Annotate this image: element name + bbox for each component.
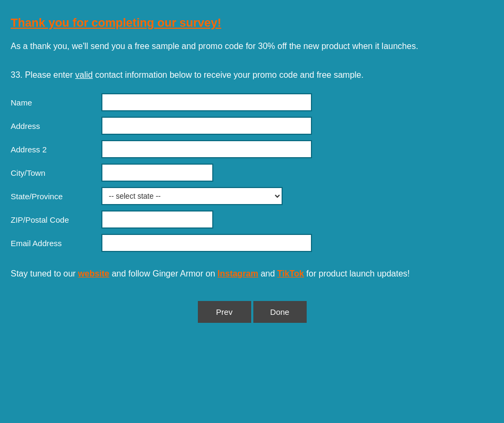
footer-suffix: for product launch updates! xyxy=(304,269,410,278)
tiktok-link[interactable]: TikTok xyxy=(277,269,304,278)
label-address2: Address 2 xyxy=(11,145,101,154)
label-name: Name xyxy=(11,98,101,107)
contact-form: Name Address Address 2 City/Town State/P… xyxy=(11,93,493,252)
form-row-name: Name xyxy=(11,93,493,111)
instagram-link[interactable]: Instagram xyxy=(218,269,258,278)
footer-prefix: Stay tuned to our xyxy=(11,269,78,278)
input-address2[interactable] xyxy=(101,140,312,158)
form-row-state: State/Province -- select state --Alabama… xyxy=(11,187,493,205)
page-title[interactable]: Thank you for completing our survey! xyxy=(11,16,221,30)
label-city: City/Town xyxy=(11,168,101,177)
label-email: Email Address xyxy=(11,239,101,248)
label-state: State/Province xyxy=(11,192,101,201)
form-row-address: Address xyxy=(11,117,493,135)
label-address: Address xyxy=(11,121,101,131)
form-row-email: Email Address xyxy=(11,234,493,252)
input-name[interactable] xyxy=(101,93,312,111)
footer-and: and xyxy=(258,269,277,278)
done-button[interactable]: Done xyxy=(253,301,307,323)
question-text: 33. Please enter valid contact informati… xyxy=(11,68,475,82)
question-number: 33. xyxy=(11,70,22,79)
input-city[interactable] xyxy=(101,164,213,182)
form-row-city: City/Town xyxy=(11,164,493,182)
label-zip: ZIP/Postal Code xyxy=(11,215,101,224)
form-row-address2: Address 2 xyxy=(11,140,493,158)
footer-text: Stay tuned to our website and follow Gin… xyxy=(11,267,475,281)
question-suffix: contact information below to receive you… xyxy=(93,70,364,79)
button-row: Prev Done xyxy=(11,301,493,323)
form-row-zip: ZIP/Postal Code xyxy=(11,210,493,229)
website-link[interactable]: website xyxy=(78,269,109,278)
footer-middle: and follow Ginger Armor on xyxy=(109,269,218,278)
select-state[interactable]: -- select state --AlabamaAlaskaArizonaAr… xyxy=(101,187,283,205)
input-address[interactable] xyxy=(101,117,312,135)
question-underlined: valid xyxy=(75,70,93,79)
prev-button[interactable]: Prev xyxy=(198,301,251,323)
thank-you-text: As a thank you, we'll send you a free sa… xyxy=(11,39,475,53)
question-prefix: Please enter xyxy=(25,70,75,79)
input-email[interactable] xyxy=(101,234,312,252)
input-zip[interactable] xyxy=(101,210,213,229)
